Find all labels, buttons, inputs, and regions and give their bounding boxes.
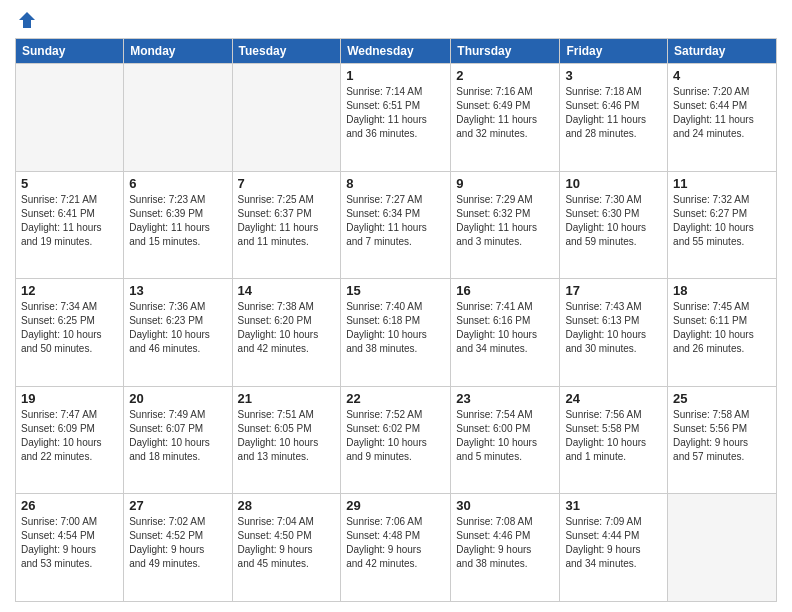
calendar-cell: 31Sunrise: 7:09 AM Sunset: 4:44 PM Dayli… xyxy=(560,494,668,602)
calendar-cell: 9Sunrise: 7:29 AM Sunset: 6:32 PM Daylig… xyxy=(451,171,560,279)
day-number: 8 xyxy=(346,176,445,191)
calendar-cell: 29Sunrise: 7:06 AM Sunset: 4:48 PM Dayli… xyxy=(341,494,451,602)
day-number: 22 xyxy=(346,391,445,406)
day-number: 25 xyxy=(673,391,771,406)
day-info: Sunrise: 7:51 AM Sunset: 6:05 PM Dayligh… xyxy=(238,408,336,464)
calendar-day-header: Saturday xyxy=(668,39,777,64)
calendar-header-row: SundayMondayTuesdayWednesdayThursdayFrid… xyxy=(16,39,777,64)
day-number: 31 xyxy=(565,498,662,513)
day-info: Sunrise: 7:14 AM Sunset: 6:51 PM Dayligh… xyxy=(346,85,445,141)
day-info: Sunrise: 7:04 AM Sunset: 4:50 PM Dayligh… xyxy=(238,515,336,571)
calendar-week-row: 5Sunrise: 7:21 AM Sunset: 6:41 PM Daylig… xyxy=(16,171,777,279)
day-number: 17 xyxy=(565,283,662,298)
calendar-cell: 26Sunrise: 7:00 AM Sunset: 4:54 PM Dayli… xyxy=(16,494,124,602)
calendar-week-row: 1Sunrise: 7:14 AM Sunset: 6:51 PM Daylig… xyxy=(16,64,777,172)
day-info: Sunrise: 7:47 AM Sunset: 6:09 PM Dayligh… xyxy=(21,408,118,464)
calendar-cell: 16Sunrise: 7:41 AM Sunset: 6:16 PM Dayli… xyxy=(451,279,560,387)
calendar-cell: 14Sunrise: 7:38 AM Sunset: 6:20 PM Dayli… xyxy=(232,279,341,387)
day-info: Sunrise: 7:49 AM Sunset: 6:07 PM Dayligh… xyxy=(129,408,226,464)
calendar-cell: 25Sunrise: 7:58 AM Sunset: 5:56 PM Dayli… xyxy=(668,386,777,494)
calendar-cell: 18Sunrise: 7:45 AM Sunset: 6:11 PM Dayli… xyxy=(668,279,777,387)
calendar-day-header: Tuesday xyxy=(232,39,341,64)
day-number: 11 xyxy=(673,176,771,191)
day-info: Sunrise: 7:25 AM Sunset: 6:37 PM Dayligh… xyxy=(238,193,336,249)
calendar-day-header: Sunday xyxy=(16,39,124,64)
calendar-cell: 23Sunrise: 7:54 AM Sunset: 6:00 PM Dayli… xyxy=(451,386,560,494)
day-info: Sunrise: 7:56 AM Sunset: 5:58 PM Dayligh… xyxy=(565,408,662,464)
svg-marker-0 xyxy=(19,12,35,28)
day-info: Sunrise: 7:29 AM Sunset: 6:32 PM Dayligh… xyxy=(456,193,554,249)
day-number: 12 xyxy=(21,283,118,298)
day-info: Sunrise: 7:40 AM Sunset: 6:18 PM Dayligh… xyxy=(346,300,445,356)
calendar-cell: 20Sunrise: 7:49 AM Sunset: 6:07 PM Dayli… xyxy=(124,386,232,494)
day-number: 19 xyxy=(21,391,118,406)
day-info: Sunrise: 7:58 AM Sunset: 5:56 PM Dayligh… xyxy=(673,408,771,464)
calendar-day-header: Wednesday xyxy=(341,39,451,64)
calendar-week-row: 12Sunrise: 7:34 AM Sunset: 6:25 PM Dayli… xyxy=(16,279,777,387)
calendar-cell: 13Sunrise: 7:36 AM Sunset: 6:23 PM Dayli… xyxy=(124,279,232,387)
calendar-cell: 11Sunrise: 7:32 AM Sunset: 6:27 PM Dayli… xyxy=(668,171,777,279)
day-info: Sunrise: 7:08 AM Sunset: 4:46 PM Dayligh… xyxy=(456,515,554,571)
day-info: Sunrise: 7:02 AM Sunset: 4:52 PM Dayligh… xyxy=(129,515,226,571)
calendar-cell: 10Sunrise: 7:30 AM Sunset: 6:30 PM Dayli… xyxy=(560,171,668,279)
day-number: 9 xyxy=(456,176,554,191)
day-number: 29 xyxy=(346,498,445,513)
calendar-cell: 8Sunrise: 7:27 AM Sunset: 6:34 PM Daylig… xyxy=(341,171,451,279)
calendar-cell: 4Sunrise: 7:20 AM Sunset: 6:44 PM Daylig… xyxy=(668,64,777,172)
day-number: 15 xyxy=(346,283,445,298)
calendar-week-row: 19Sunrise: 7:47 AM Sunset: 6:09 PM Dayli… xyxy=(16,386,777,494)
calendar-cell: 19Sunrise: 7:47 AM Sunset: 6:09 PM Dayli… xyxy=(16,386,124,494)
day-info: Sunrise: 7:41 AM Sunset: 6:16 PM Dayligh… xyxy=(456,300,554,356)
day-info: Sunrise: 7:45 AM Sunset: 6:11 PM Dayligh… xyxy=(673,300,771,356)
day-number: 28 xyxy=(238,498,336,513)
day-number: 26 xyxy=(21,498,118,513)
day-number: 18 xyxy=(673,283,771,298)
day-info: Sunrise: 7:23 AM Sunset: 6:39 PM Dayligh… xyxy=(129,193,226,249)
day-info: Sunrise: 7:16 AM Sunset: 6:49 PM Dayligh… xyxy=(456,85,554,141)
calendar-cell: 27Sunrise: 7:02 AM Sunset: 4:52 PM Dayli… xyxy=(124,494,232,602)
day-info: Sunrise: 7:00 AM Sunset: 4:54 PM Dayligh… xyxy=(21,515,118,571)
day-info: Sunrise: 7:32 AM Sunset: 6:27 PM Dayligh… xyxy=(673,193,771,249)
calendar-cell: 1Sunrise: 7:14 AM Sunset: 6:51 PM Daylig… xyxy=(341,64,451,172)
day-info: Sunrise: 7:27 AM Sunset: 6:34 PM Dayligh… xyxy=(346,193,445,249)
calendar-day-header: Thursday xyxy=(451,39,560,64)
day-info: Sunrise: 7:30 AM Sunset: 6:30 PM Dayligh… xyxy=(565,193,662,249)
logo-icon xyxy=(17,10,37,30)
calendar-cell: 5Sunrise: 7:21 AM Sunset: 6:41 PM Daylig… xyxy=(16,171,124,279)
calendar-cell: 21Sunrise: 7:51 AM Sunset: 6:05 PM Dayli… xyxy=(232,386,341,494)
day-number: 7 xyxy=(238,176,336,191)
day-info: Sunrise: 7:38 AM Sunset: 6:20 PM Dayligh… xyxy=(238,300,336,356)
calendar-cell: 17Sunrise: 7:43 AM Sunset: 6:13 PM Dayli… xyxy=(560,279,668,387)
day-info: Sunrise: 7:43 AM Sunset: 6:13 PM Dayligh… xyxy=(565,300,662,356)
day-number: 16 xyxy=(456,283,554,298)
day-info: Sunrise: 7:09 AM Sunset: 4:44 PM Dayligh… xyxy=(565,515,662,571)
day-number: 5 xyxy=(21,176,118,191)
calendar-cell: 7Sunrise: 7:25 AM Sunset: 6:37 PM Daylig… xyxy=(232,171,341,279)
day-number: 1 xyxy=(346,68,445,83)
day-info: Sunrise: 7:36 AM Sunset: 6:23 PM Dayligh… xyxy=(129,300,226,356)
calendar-cell: 15Sunrise: 7:40 AM Sunset: 6:18 PM Dayli… xyxy=(341,279,451,387)
calendar-cell: 2Sunrise: 7:16 AM Sunset: 6:49 PM Daylig… xyxy=(451,64,560,172)
day-number: 4 xyxy=(673,68,771,83)
day-number: 21 xyxy=(238,391,336,406)
calendar-week-row: 26Sunrise: 7:00 AM Sunset: 4:54 PM Dayli… xyxy=(16,494,777,602)
day-number: 13 xyxy=(129,283,226,298)
calendar-cell: 30Sunrise: 7:08 AM Sunset: 4:46 PM Dayli… xyxy=(451,494,560,602)
day-number: 30 xyxy=(456,498,554,513)
calendar-cell xyxy=(668,494,777,602)
calendar-day-header: Friday xyxy=(560,39,668,64)
day-info: Sunrise: 7:18 AM Sunset: 6:46 PM Dayligh… xyxy=(565,85,662,141)
day-info: Sunrise: 7:21 AM Sunset: 6:41 PM Dayligh… xyxy=(21,193,118,249)
day-number: 6 xyxy=(129,176,226,191)
logo xyxy=(15,10,37,30)
day-number: 24 xyxy=(565,391,662,406)
calendar-cell xyxy=(16,64,124,172)
calendar-day-header: Monday xyxy=(124,39,232,64)
day-number: 3 xyxy=(565,68,662,83)
day-info: Sunrise: 7:54 AM Sunset: 6:00 PM Dayligh… xyxy=(456,408,554,464)
calendar-table: SundayMondayTuesdayWednesdayThursdayFrid… xyxy=(15,38,777,602)
calendar-cell xyxy=(124,64,232,172)
day-number: 23 xyxy=(456,391,554,406)
day-info: Sunrise: 7:06 AM Sunset: 4:48 PM Dayligh… xyxy=(346,515,445,571)
calendar-cell xyxy=(232,64,341,172)
